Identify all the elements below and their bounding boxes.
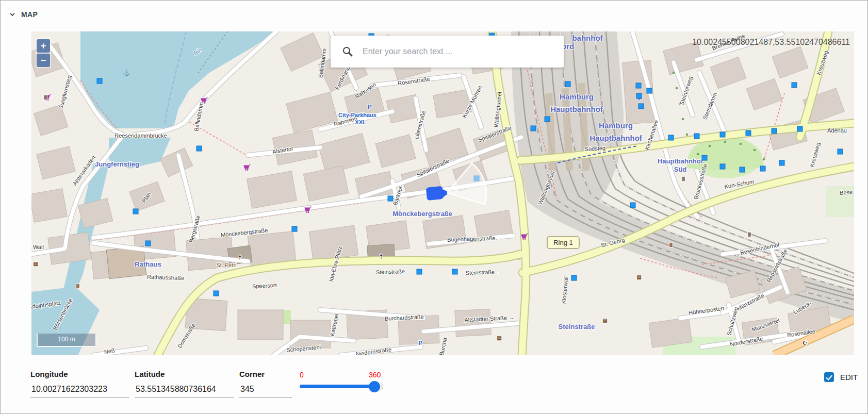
map-label: ⚓ bbox=[123, 69, 130, 76]
corner-field: Corner bbox=[239, 370, 292, 398]
edit-label: EDIT bbox=[840, 373, 858, 382]
map-label: r Wall bbox=[31, 244, 44, 250]
map-label: XXL bbox=[355, 119, 366, 125]
map-label: P bbox=[368, 104, 371, 110]
map-point-marker[interactable] bbox=[638, 104, 644, 109]
panel-header[interactable]: MAP bbox=[8, 10, 38, 19]
search-input[interactable] bbox=[362, 46, 564, 57]
slider-thumb[interactable] bbox=[369, 381, 380, 392]
corner-slider: 0 360 bbox=[299, 371, 391, 396]
chevron-down-icon[interactable] bbox=[8, 10, 17, 19]
ring1-badge: Ring 1 bbox=[547, 237, 579, 249]
map-label: ▤ bbox=[33, 261, 38, 267]
svg-text:Ring 1: Ring 1 bbox=[553, 239, 573, 246]
map-point-marker[interactable] bbox=[531, 126, 536, 131]
map-label: Süd bbox=[674, 165, 687, 173]
map-label: Jungfernstieg bbox=[95, 160, 139, 168]
corner-label: Corner bbox=[239, 370, 292, 378]
map-point-marker[interactable] bbox=[571, 275, 577, 280]
map-point-marker[interactable] bbox=[97, 78, 102, 84]
map-point-marker[interactable] bbox=[630, 203, 635, 208]
map-point-marker[interactable] bbox=[196, 146, 202, 151]
map-label: Bese bbox=[840, 189, 853, 196]
slider-max-label: 360 bbox=[369, 371, 381, 379]
map-label: Hamburg bbox=[560, 92, 594, 101]
panel-title: MAP bbox=[21, 10, 38, 19]
map-label: Ⅲ bbox=[44, 95, 47, 101]
slider-min-label: 0 bbox=[300, 371, 304, 379]
latitude-field: Latitude bbox=[135, 370, 234, 398]
map-point-marker[interactable] bbox=[388, 196, 393, 201]
cursor-coordinates: 10.002455008021487,53.55102470486611 bbox=[692, 38, 850, 47]
map-point-marker[interactable] bbox=[545, 117, 550, 122]
map-label: Ⅲ bbox=[669, 242, 673, 248]
longitude-field: Longitude bbox=[30, 370, 129, 398]
map-point-marker[interactable] bbox=[702, 155, 707, 160]
map-point-marker[interactable] bbox=[668, 135, 674, 140]
map-point-marker[interactable] bbox=[647, 88, 652, 93]
scale-line: 100 m bbox=[37, 334, 96, 347]
map-point-marker[interactable] bbox=[779, 160, 784, 165]
map-label: Speersort bbox=[252, 282, 277, 289]
map-label: † bbox=[238, 254, 241, 260]
zoom-controls: + − bbox=[36, 38, 51, 68]
map-canvas[interactable]: Ring 1 JungfernstiegJungfernstiegReesend… bbox=[31, 31, 854, 355]
map-panel: MAP bbox=[0, 0, 868, 414]
map-label: Ⅲ bbox=[76, 284, 80, 289]
map-label: Rathausstraße bbox=[147, 274, 185, 281]
map-label: Steinstraße → bbox=[466, 269, 502, 276]
map-label: † bbox=[380, 253, 383, 259]
map-label: Hamburg bbox=[599, 121, 633, 130]
map-point-marker[interactable] bbox=[145, 241, 151, 246]
map-point-marker[interactable] bbox=[740, 167, 745, 172]
map-label: Mönckebergstraße bbox=[392, 210, 452, 218]
map-point-marker[interactable] bbox=[133, 209, 138, 214]
map-search-box bbox=[331, 36, 564, 68]
map-point-marker[interactable] bbox=[720, 164, 725, 169]
map-point-marker[interactable] bbox=[792, 82, 797, 88]
map-label: City-Parkhaus bbox=[338, 112, 376, 118]
latitude-label: Latitude bbox=[135, 370, 234, 378]
corner-input[interactable] bbox=[239, 382, 292, 398]
zoom-out-button[interactable]: − bbox=[37, 54, 50, 67]
map-tiles: Ring 1 JungfernstiegJungfernstiegReesend… bbox=[31, 31, 854, 355]
map-label: ☪ bbox=[803, 340, 808, 346]
map-label: Hauptbahnhof bbox=[658, 157, 703, 165]
slider-fill bbox=[300, 385, 374, 388]
map-label: Hauptbahnhof bbox=[589, 134, 643, 142]
longitude-input[interactable] bbox=[30, 382, 129, 398]
edit-toggle: EDIT bbox=[824, 372, 858, 382]
map-point-marker[interactable] bbox=[565, 81, 570, 87]
map-label: St. Petri bbox=[216, 262, 236, 268]
longitude-label: Longitude bbox=[30, 370, 129, 378]
map-point-marker[interactable] bbox=[694, 134, 699, 139]
map-point-marker[interactable] bbox=[417, 269, 422, 274]
map-label: ▤ bbox=[636, 274, 641, 280]
zoom-in-button[interactable]: + bbox=[37, 39, 50, 53]
camera-body bbox=[426, 186, 444, 201]
map-label: Ⅲ bbox=[748, 232, 751, 238]
map-label: ▤ bbox=[497, 335, 501, 341]
map-point-marker[interactable] bbox=[292, 226, 297, 231]
map-point-marker[interactable] bbox=[772, 128, 777, 134]
map-label: Südsteg bbox=[584, 145, 605, 152]
map-point-marker[interactable] bbox=[636, 93, 642, 98]
map-point-marker[interactable] bbox=[760, 166, 765, 171]
map-point-marker[interactable] bbox=[746, 130, 751, 136]
map-point-marker[interactable] bbox=[636, 83, 641, 88]
map-label: P bbox=[418, 340, 422, 346]
map-point-marker[interactable] bbox=[797, 126, 803, 131]
map-label: bahnhof bbox=[572, 34, 603, 42]
latitude-input[interactable] bbox=[135, 382, 234, 398]
edit-checkbox[interactable] bbox=[824, 372, 834, 382]
search-icon bbox=[342, 46, 353, 57]
map-label: Hauptbahnhof bbox=[550, 105, 603, 113]
map-label: Steinstraße bbox=[376, 268, 405, 275]
map-label: Rathaus bbox=[135, 260, 161, 268]
map-point-marker[interactable] bbox=[452, 269, 457, 274]
map-point-marker[interactable] bbox=[838, 149, 843, 154]
map-label: Reesendammbrücke bbox=[114, 133, 167, 139]
map-label: Adenau bbox=[827, 127, 847, 134]
map-point-marker[interactable] bbox=[214, 291, 219, 296]
map-point-marker[interactable] bbox=[720, 132, 725, 137]
